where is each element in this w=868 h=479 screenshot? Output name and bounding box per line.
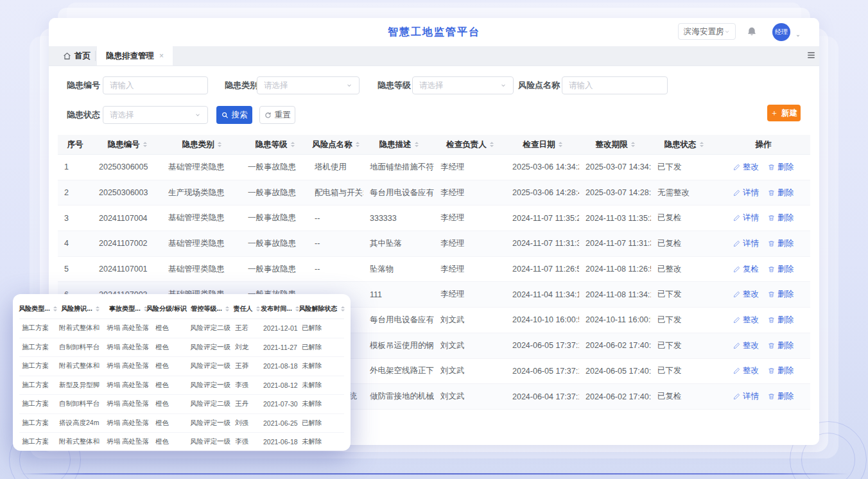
column-header[interactable]: 检查负责人 [434, 135, 506, 154]
action-primary-link[interactable]: 详情 [733, 213, 759, 223]
cell-desc: 模板吊运使用的钢丝绳 [363, 340, 434, 351]
filter-select-status[interactable]: 请选择 [103, 106, 208, 124]
sort-caret-icon[interactable] [291, 140, 295, 149]
cell-actions: 详情删除 [716, 391, 810, 402]
overlay-cell-accident: 坍塌 高处坠落 [104, 419, 153, 428]
cell-no: 5 [58, 265, 92, 274]
column-header-label: 责任人 [234, 304, 253, 313]
overlay-cell-grade: 橙色 [153, 343, 187, 352]
decor-bottom-line [19, 473, 849, 475]
bell-icon[interactable] [747, 26, 757, 40]
column-header[interactable]: 隐患类别 [162, 135, 241, 154]
chevron-down-icon [500, 82, 507, 89]
avatar[interactable]: 经理 [772, 23, 790, 41]
sort-caret-icon[interactable] [256, 304, 260, 313]
column-header[interactable]: 隐患编号 [92, 135, 162, 154]
filter-select-level[interactable]: 请选择 [412, 76, 514, 94]
overlay-cell-identify: 自制卸料平台 [56, 343, 104, 352]
trash-icon [768, 164, 775, 171]
overlay-cell-accident: 坍塌 高处坠落 [104, 343, 153, 352]
sort-caret-icon[interactable] [631, 140, 635, 149]
sort-caret-icon[interactable] [218, 140, 221, 149]
sort-caret-icon[interactable] [415, 140, 419, 149]
action-primary-link[interactable]: 整改 [733, 315, 759, 326]
filter-input-code[interactable] [103, 77, 207, 94]
delete-link[interactable]: 删除 [768, 340, 794, 351]
action-primary-label: 整改 [743, 365, 759, 376]
overlay-cell-publish: 2021-11-27 [261, 344, 299, 351]
column-header[interactable]: 检查日期 [506, 135, 579, 154]
action-primary-link[interactable]: 详情 [733, 391, 759, 402]
cell-actions: 详情删除 [716, 187, 810, 198]
delete-label: 删除 [777, 264, 794, 275]
sort-caret-icon[interactable] [96, 304, 100, 313]
delete-link[interactable]: 删除 [768, 391, 794, 402]
cell-status: 已下发 [651, 365, 716, 376]
search-button[interactable]: 搜索 [216, 106, 252, 124]
avatar-chevron-down-icon[interactable] [795, 30, 801, 41]
column-header[interactable]: 管控等级... [187, 304, 232, 313]
cell-level: 一般事故隐患 [241, 264, 308, 275]
delete-link[interactable]: 删除 [768, 213, 794, 223]
edit-icon [733, 393, 740, 400]
delete-label: 删除 [777, 315, 794, 326]
action-primary-link[interactable]: 整改 [733, 289, 759, 300]
cell-inspector: 李经理 [434, 187, 506, 198]
column-header[interactable]: 风险类型... [19, 304, 56, 313]
overlay-table-row: 施工方案附着式整体和坍塌 高处坠落橙色风险评定一级李强2021-06-18未解除 [19, 433, 344, 451]
filter-input-risk-point[interactable] [562, 77, 667, 94]
column-header[interactable]: 风险点名称 [308, 135, 363, 154]
sort-caret-icon[interactable] [341, 304, 345, 313]
action-primary-link[interactable]: 整改 [733, 162, 759, 173]
sort-caret-icon[interactable] [356, 140, 360, 149]
menu-icon[interactable] [806, 51, 816, 62]
tab-hidden-danger-management[interactable]: 隐患排查管理 × [97, 46, 173, 65]
column-header[interactable]: 隐患描述 [363, 135, 434, 154]
overlay-cell-risk_type: 施工方案 [19, 437, 56, 446]
column-header[interactable]: 隐患状态 [651, 135, 716, 154]
cell-check_date: 2024-11-07 11:31:34 [506, 239, 579, 248]
cell-inspector: 刘文武 [434, 340, 506, 351]
column-header[interactable]: 责任人 [232, 304, 261, 313]
column-header[interactable]: 风险解除状态 [299, 304, 344, 313]
delete-link[interactable]: 删除 [768, 162, 794, 173]
column-header[interactable]: 发布时间... [261, 304, 299, 313]
close-icon[interactable]: × [159, 51, 164, 60]
column-header[interactable]: 隐患等级 [241, 135, 308, 154]
column-header[interactable]: 风险分级/标识 [153, 304, 187, 313]
edit-icon [733, 189, 740, 196]
action-primary-link[interactable]: 详情 [733, 187, 759, 198]
cell-deadline: 2024-10-11 16:00:58 [579, 315, 651, 324]
action-primary-link[interactable]: 整改 [733, 365, 759, 376]
project-select[interactable]: 滨海安置房 [678, 23, 736, 40]
delete-link[interactable]: 删除 [768, 187, 794, 198]
action-primary-link[interactable]: 详情 [733, 238, 759, 249]
delete-link[interactable]: 删除 [768, 289, 794, 300]
column-header-label: 风险解除状态 [299, 304, 338, 313]
delete-link[interactable]: 删除 [768, 365, 794, 376]
overlay-cell-control: 风险评定一级 [187, 361, 232, 370]
table-row: 420241107002基础管理类隐患一般事故隐患--其中坠落李经理2024-1… [58, 231, 810, 257]
overlay-cell-control: 风险评定二级 [187, 324, 232, 333]
action-primary-link[interactable]: 整改 [733, 340, 759, 351]
delete-link[interactable]: 删除 [768, 315, 794, 326]
action-primary-label: 整改 [743, 340, 759, 351]
reset-button[interactable]: 重置 [259, 106, 295, 124]
column-header[interactable]: 整改期限 [579, 135, 651, 154]
sort-caret-icon[interactable] [559, 140, 562, 149]
delete-link[interactable]: 删除 [768, 264, 794, 275]
create-button[interactable]: ＋ 新建 [767, 105, 801, 121]
sort-caret-icon[interactable] [490, 140, 494, 149]
sort-caret-icon[interactable] [143, 140, 147, 149]
cell-actions: 详情删除 [716, 213, 810, 223]
sort-caret-icon[interactable] [700, 140, 704, 149]
column-header[interactable]: 风险辨识... [56, 304, 104, 313]
filter-select-category[interactable]: 请选择 [257, 76, 360, 94]
action-primary-link[interactable]: 复检 [733, 264, 759, 275]
column-header[interactable]: 事故类型... [104, 304, 153, 313]
sort-caret-icon[interactable] [225, 304, 229, 313]
column-header-label: 隐患描述 [379, 139, 412, 150]
delete-label: 删除 [777, 162, 794, 173]
tab-home[interactable]: 首页 [56, 46, 97, 65]
delete-link[interactable]: 删除 [768, 238, 794, 249]
